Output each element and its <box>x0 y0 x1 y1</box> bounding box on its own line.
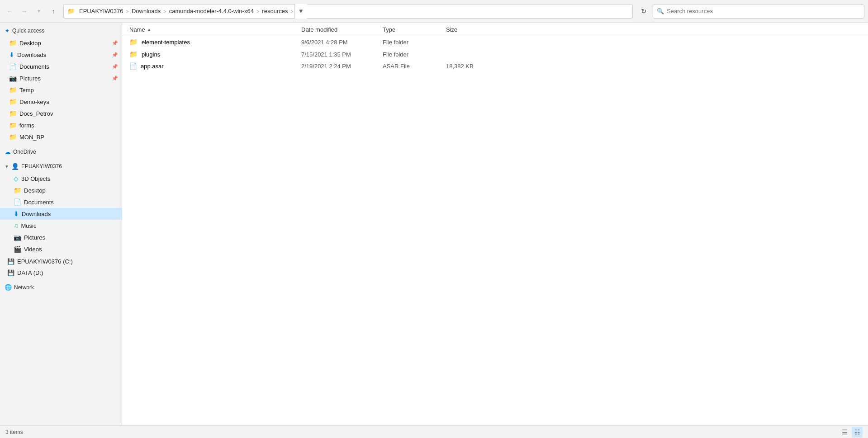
network-label: Network <box>14 284 34 291</box>
pictures-computer-icon: 📷 <box>14 234 21 241</box>
file-type-cell: File folder <box>383 39 446 46</box>
sidebar-label: Downloads <box>17 52 46 58</box>
breadcrumb-sep-3: > <box>256 9 259 14</box>
sidebar-item-forms[interactable]: 📁 forms <box>0 119 122 131</box>
sidebar-item-demo-keys[interactable]: 📁 Demo-keys <box>0 96 122 108</box>
documents-computer-icon: 📄 <box>14 198 21 206</box>
col-header-size[interactable]: Size <box>446 26 500 33</box>
up-button[interactable]: ↑ <box>47 5 60 18</box>
file-area: Name ▲ Date modified Type Size 📁 element… <box>122 23 868 425</box>
sidebar-label: Demo-keys <box>19 99 49 105</box>
file-name-label: element-templates <box>142 39 190 46</box>
sidebar-item-music[interactable]: ♫ Music <box>0 220 122 231</box>
view-toggle: ☰ ☷ <box>839 427 863 438</box>
file-name-label: app.asar <box>141 63 164 70</box>
breadcrumb-camunda[interactable]: camunda-modeler-4.4.0-win-x64 <box>167 7 256 15</box>
sidebar-section-computer[interactable]: ▼ 👤 EPUAKYIW0376 <box>0 160 122 173</box>
sidebar-item-desktop-quick[interactable]: 📁 Desktop 📌 <box>0 37 122 49</box>
sidebar: ✦ Quick access 📁 Desktop 📌 ⬇ Downloads 📌… <box>0 23 122 425</box>
file-date-cell: 9/6/2021 4:28 PM <box>301 39 383 46</box>
sidebar-label: Documents <box>19 63 49 70</box>
sidebar-label: Desktop <box>19 40 41 47</box>
drive-c-icon: 💾 <box>7 258 14 265</box>
pictures-quick-icon: 📷 <box>9 75 17 82</box>
desktop-computer-icon: 📁 <box>14 187 21 194</box>
sidebar-label: Docs_Petrov <box>19 110 53 117</box>
back-button[interactable]: ← <box>4 5 16 18</box>
sidebar-item-downloads-computer[interactable]: ⬇ Downloads <box>0 208 122 220</box>
sidebar-item-3d-objects[interactable]: ◇ 3D Objects <box>0 173 122 184</box>
demo-keys-icon: 📁 <box>9 98 17 105</box>
sidebar-item-downloads-quick[interactable]: ⬇ Downloads 📌 <box>0 49 122 61</box>
music-icon: ♫ <box>14 222 19 229</box>
collapse-arrow-icon: ▼ <box>5 164 9 169</box>
sidebar-section-onedrive[interactable]: ☁ OneDrive <box>0 146 122 158</box>
sidebar-item-documents-computer[interactable]: 📄 Documents <box>0 196 122 208</box>
list-view-button[interactable]: ☰ <box>839 427 850 438</box>
file-name-label: plugins <box>142 51 160 58</box>
sidebar-item-pictures-computer[interactable]: 📷 Pictures <box>0 231 122 243</box>
docs-petrov-icon: 📁 <box>9 110 17 117</box>
col-type-label: Type <box>383 26 395 33</box>
breadcrumb-folder-icon: 📁 <box>67 8 75 14</box>
pin-icon: 📌 <box>112 52 118 58</box>
breadcrumb-bar: 📁 EPUAKYIW0376 > Downloads > camunda-mod… <box>63 4 633 19</box>
file-list: 📁 element-templates 9/6/2021 4:28 PM Fil… <box>122 36 868 425</box>
breadcrumb-downloads[interactable]: Downloads <box>130 7 162 15</box>
sidebar-item-desktop-computer[interactable]: 📁 Desktop <box>0 184 122 196</box>
sidebar-item-drive-d[interactable]: 💾 DATA (D:) <box>0 267 122 278</box>
sidebar-label: EPUAKYIW0376 (C:) <box>17 258 73 265</box>
breadcrumb-epuakyiw0376[interactable]: EPUAKYIW0376 <box>77 7 125 15</box>
sidebar-label: MON_BP <box>19 134 44 141</box>
sidebar-item-pictures-quick[interactable]: 📷 Pictures 📌 <box>0 72 122 84</box>
sidebar-label: 3D Objects <box>21 175 50 182</box>
breadcrumb-dropdown-button[interactable]: ▼ <box>294 4 307 19</box>
table-row[interactable]: 📁 element-templates 9/6/2021 4:28 PM Fil… <box>122 36 868 48</box>
pin-icon: 📌 <box>112 64 118 70</box>
details-view-button[interactable]: ☷ <box>852 427 863 438</box>
pin-icon: 📌 <box>112 40 118 46</box>
desktop-quick-icon: 📁 <box>9 39 17 47</box>
col-header-type[interactable]: Type <box>383 26 446 33</box>
search-input[interactable] <box>667 8 860 14</box>
sidebar-label: Videos <box>24 246 42 253</box>
mon-bp-icon: 📁 <box>9 133 17 141</box>
sidebar-label: Pictures <box>24 234 45 241</box>
col-header-date[interactable]: Date modified <box>301 26 383 33</box>
sidebar-section-network[interactable]: 🌐 Network <box>0 281 122 293</box>
pin-icon: 📌 <box>112 75 118 81</box>
computer-label: EPUAKYIW0376 <box>21 163 62 170</box>
breadcrumb-sep-1: > <box>126 9 129 14</box>
sidebar-label: Downloads <box>22 211 51 217</box>
col-header-name[interactable]: Name ▲ <box>129 26 301 33</box>
videos-icon: 🎬 <box>14 245 21 253</box>
refresh-button[interactable]: ↻ <box>636 4 651 19</box>
downloads-quick-icon: ⬇ <box>9 51 14 58</box>
network-icon: 🌐 <box>5 284 12 291</box>
sidebar-section-quick-access[interactable]: ✦ Quick access <box>0 24 122 37</box>
search-bar: 🔍 <box>653 4 864 19</box>
onedrive-label: OneDrive <box>13 149 36 155</box>
col-date-label: Date modified <box>301 26 337 33</box>
sidebar-item-drive-c[interactable]: 💾 EPUAKYIW0376 (C:) <box>0 256 122 267</box>
onedrive-icon: ☁ <box>5 148 11 155</box>
sidebar-item-documents-quick[interactable]: 📄 Documents 📌 <box>0 61 122 72</box>
sidebar-item-docs-petrov[interactable]: 📁 Docs_Petrov <box>0 108 122 119</box>
computer-icon: 👤 <box>11 163 19 170</box>
table-row[interactable]: 📁 plugins 7/15/2021 1:35 PM File folder <box>122 48 868 61</box>
sidebar-label: forms <box>19 122 34 129</box>
breadcrumb-resources[interactable]: resources <box>260 7 289 15</box>
sidebar-item-temp[interactable]: 📁 Temp <box>0 84 122 96</box>
table-row[interactable]: 📄 app.asar 2/19/2021 2:24 PM ASAR File 1… <box>122 61 868 72</box>
downloads-computer-icon: ⬇ <box>14 210 19 217</box>
col-name-label: Name <box>129 26 145 33</box>
sidebar-label: Documents <box>24 199 54 206</box>
sidebar-label: Temp <box>19 87 34 94</box>
sidebar-item-mon-bp[interactable]: 📁 MON_BP <box>0 131 122 143</box>
file-date-cell: 2/19/2021 2:24 PM <box>301 63 383 70</box>
forward-button[interactable]: → <box>18 5 31 18</box>
sidebar-item-videos[interactable]: 🎬 Videos <box>0 243 122 255</box>
sidebar-label: Desktop <box>24 187 46 194</box>
folder-icon: 📁 <box>129 38 138 46</box>
dropdown-history-button[interactable]: ▼ <box>33 5 45 18</box>
